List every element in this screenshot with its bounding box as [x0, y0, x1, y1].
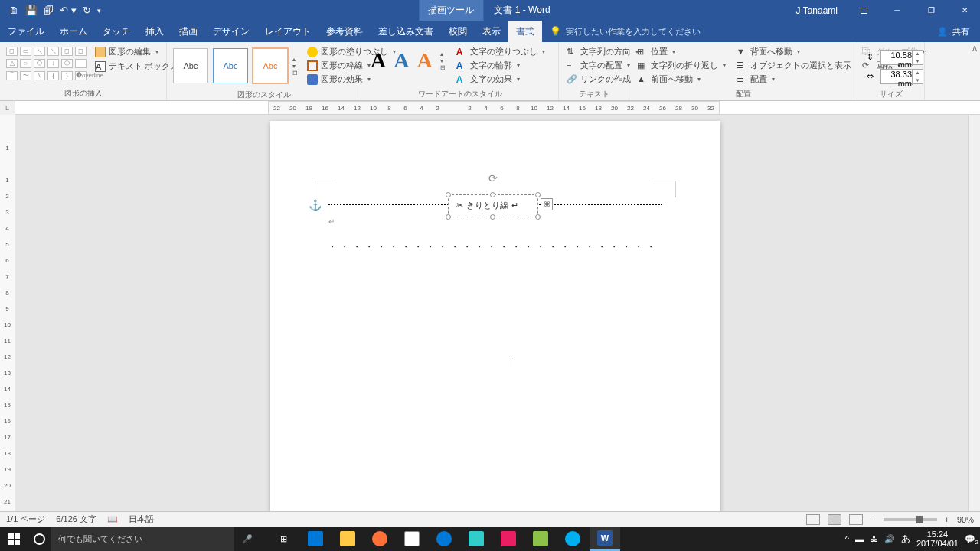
save-all-icon[interactable]: 💾 [25, 5, 38, 16]
ime-indicator[interactable]: あ [901, 533, 910, 546]
app-icon[interactable] [300, 527, 331, 551]
store-icon[interactable] [397, 527, 427, 551]
tell-me-search[interactable]: 💡 実行したい作業を入力してください [542, 21, 708, 42]
gallery-more-icon[interactable]: ▴▾⊟ [292, 56, 298, 77]
proofing-icon[interactable]: 📖 [107, 514, 118, 524]
tab-selector[interactable]: L [0, 101, 15, 115]
width-down[interactable]: ▼ [913, 77, 923, 85]
read-mode-button[interactable] [806, 514, 820, 525]
shape-height-field[interactable]: ⇕ 10.58 mm▲▼ [867, 50, 923, 65]
height-up[interactable]: ▲ [913, 51, 923, 58]
tab-home[interactable]: ホーム [52, 21, 95, 42]
save-icon[interactable]: 🗎 [9, 5, 19, 16]
start-button[interactable] [0, 527, 28, 551]
tab-format[interactable]: 書式 [508, 21, 542, 42]
maximize-button[interactable]: ❐ [916, 0, 946, 21]
gallery-more-icon[interactable]: ▴▾⊟ [440, 51, 446, 71]
resize-handle[interactable] [446, 214, 451, 220]
tab-draw[interactable]: 描画 [172, 21, 205, 42]
app-icon[interactable] [493, 527, 524, 551]
resize-handle[interactable] [490, 192, 495, 197]
skype-icon[interactable] [557, 527, 588, 551]
selection-pane-button[interactable]: ☰オブジェクトの選択と表示 [733, 59, 854, 72]
vertical-scrollbar[interactable] [968, 115, 980, 511]
qat-customize-icon[interactable]: ▾ [97, 7, 101, 15]
send-backward-button[interactable]: ▼背面へ移動▾ [733, 45, 854, 58]
share-button[interactable]: 👤 共有 [926, 21, 980, 42]
task-view-icon[interactable]: ⊞ [268, 527, 299, 551]
tab-touch[interactable]: タッチ [95, 21, 138, 42]
resize-handle[interactable] [446, 192, 451, 197]
firefox-icon[interactable] [364, 527, 395, 551]
volume-icon[interactable]: 🔊 [884, 534, 895, 544]
tab-view[interactable]: 表示 [475, 21, 508, 42]
shape-width-field[interactable]: ⇔ 38.33 mm▲▼ [867, 69, 923, 84]
print-layout-button[interactable] [828, 514, 841, 525]
web-layout-button[interactable] [849, 514, 863, 525]
print-preview-icon[interactable]: 🗐 [44, 5, 54, 16]
text-outline-button[interactable]: A文字の輪郭▾ [453, 59, 548, 72]
ribbon-options-icon[interactable] [848, 0, 879, 21]
edge-icon[interactable] [429, 527, 459, 551]
resize-handle[interactable] [490, 214, 495, 220]
resize-handle[interactable] [535, 214, 541, 220]
user-name[interactable]: J Tanaami [789, 5, 845, 16]
layout-options-icon[interactable]: ⌘ [541, 198, 553, 210]
tab-mailings[interactable]: 差し込み文書 [371, 21, 441, 42]
tab-references[interactable]: 参考資料 [318, 21, 371, 42]
notifications-icon[interactable]: 💬2 [965, 534, 975, 544]
minimize-button[interactable]: ─ [882, 0, 913, 21]
rotate-handle-icon[interactable]: ⟳ [488, 172, 498, 184]
app-icon[interactable] [461, 527, 492, 551]
taskbar-search[interactable]: 何でも聞いてください [51, 527, 234, 551]
align-button[interactable]: ≣配置▾ [733, 73, 854, 86]
resize-handle[interactable] [535, 192, 541, 197]
collapse-ribbon-icon[interactable]: ᐱ [972, 45, 977, 99]
wordart-preset-2[interactable]: A [394, 48, 409, 73]
wordart-preset-3[interactable]: A [416, 48, 432, 73]
position-button[interactable]: ⊞位置▾ [634, 45, 729, 58]
word-icon[interactable]: W [590, 527, 620, 551]
wordart-preset-1[interactable]: A [371, 48, 386, 73]
zoom-in-button[interactable]: + [945, 515, 949, 524]
cortana-icon[interactable] [28, 527, 51, 551]
text-effects-button[interactable]: A文字の効果▾ [453, 73, 548, 86]
tray-chevron-icon[interactable]: ^ [845, 534, 849, 543]
word-count[interactable]: 6/126 文字 [56, 514, 96, 525]
tab-layout[interactable]: レイアウト [257, 21, 318, 42]
vertical-ruler[interactable]: 112345678910111213141516171819202122 [0, 115, 15, 527]
bring-forward-button[interactable]: ▲前面へ移動▾ [634, 73, 729, 86]
redo-icon[interactable]: ↻ [83, 5, 91, 16]
wordart-gallery[interactable]: A A A ▴▾⊟ [366, 45, 450, 76]
zoom-level[interactable]: 90% [957, 515, 974, 524]
network-icon[interactable]: 🖧 [870, 534, 878, 543]
battery-icon[interactable]: ▬ [855, 534, 864, 543]
style-preset-2[interactable]: Abc [213, 48, 248, 83]
style-preset-3[interactable]: Abc [253, 48, 288, 83]
zoom-out-button[interactable]: − [871, 515, 875, 524]
style-preset-1[interactable]: Abc [173, 48, 208, 83]
document-canvas[interactable]: ⚓ ⟳ ✂ きりとり線↵ ⌘ ↵ ・・・・・・・・・・・・・・・・・・・・・・・… [15, 115, 980, 527]
tab-file[interactable]: ファイル [0, 21, 52, 42]
explorer-icon[interactable] [332, 527, 363, 551]
selected-textbox[interactable]: ⟳ ✂ きりとり線↵ ⌘ [448, 194, 538, 217]
tab-review[interactable]: 校閲 [441, 21, 475, 42]
width-up[interactable]: ▲ [913, 70, 923, 77]
taskbar-clock[interactable]: 15:24 2017/04/01 [916, 530, 959, 548]
tab-design[interactable]: デザイン [205, 21, 257, 42]
text-fill-button[interactable]: A文字の塗りつぶし▾ [453, 45, 548, 58]
app-icon[interactable] [525, 527, 556, 551]
close-button[interactable]: ✕ [949, 0, 980, 21]
height-down[interactable]: ▼ [913, 58, 923, 66]
language-status[interactable]: 日本語 [129, 514, 154, 525]
mic-icon[interactable]: 🎤 [242, 534, 253, 544]
contextual-tab-label: 描画ツール [419, 0, 483, 21]
shapes-gallery[interactable]: ◻▭＼＼◻◻ △○⬠↓⬡ ⌒〜∿{}�overline [5, 45, 89, 83]
tab-insert[interactable]: 挿入 [138, 21, 172, 42]
undo-icon[interactable]: ↶ ▾ [60, 5, 77, 16]
wrap-text-button[interactable]: ▦文字列の折り返し▾ [634, 59, 729, 72]
zoom-slider[interactable] [884, 518, 937, 521]
shape-style-gallery[interactable]: Abc Abc Abc ▴▾⊟ [172, 45, 299, 86]
horizontal-ruler[interactable]: 2220181614121086422468101214161820222426… [268, 101, 720, 115]
page-count[interactable]: 1/1 ページ [6, 514, 45, 525]
